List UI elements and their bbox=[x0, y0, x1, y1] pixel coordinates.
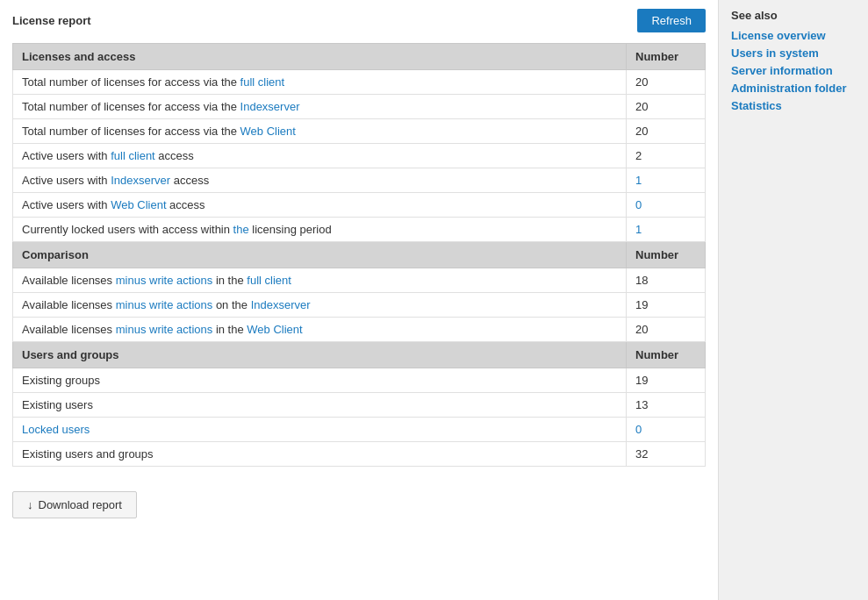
row-value: 13 bbox=[627, 393, 706, 418]
full-client-link-2[interactable]: full client bbox=[111, 149, 155, 162]
row-label: Active users with Indexserver access bbox=[13, 168, 627, 193]
table-row: Total number of licenses for access via … bbox=[13, 70, 706, 95]
row-label: Currently locked users with access withi… bbox=[13, 218, 627, 242]
row-label: Total number of licenses for access via … bbox=[13, 119, 627, 144]
row-value: 20 bbox=[627, 95, 706, 119]
download-icon: ↓ bbox=[27, 498, 33, 511]
indexserver-link-3[interactable]: Indexserver bbox=[251, 298, 311, 311]
web-client-link-3[interactable]: Web Client bbox=[247, 323, 302, 336]
row-label: Available licenses minus write actions i… bbox=[13, 268, 627, 293]
row-value: 32 bbox=[627, 442, 706, 467]
table-row: Available licenses minus write actions i… bbox=[13, 268, 706, 293]
minus-write-link-2[interactable]: minus write actions bbox=[116, 298, 213, 311]
table-row: Currently locked users with access withi… bbox=[13, 218, 706, 242]
full-client-link-3[interactable]: full client bbox=[247, 274, 291, 287]
row-value: 0 bbox=[627, 193, 706, 218]
sidebar-item-license-overview[interactable]: License overview bbox=[731, 29, 856, 42]
row-label: Existing users and groups bbox=[13, 442, 627, 467]
indexserver-link-1[interactable]: Indexserver bbox=[240, 100, 300, 113]
refresh-button[interactable]: Refresh bbox=[637, 9, 706, 32]
row-value: 0 bbox=[627, 418, 706, 442]
see-also-title: See also bbox=[731, 9, 856, 22]
row-value: 19 bbox=[627, 293, 706, 318]
section-header-label: Users and groups bbox=[13, 342, 627, 368]
download-report-button[interactable]: ↓ Download report bbox=[12, 491, 137, 518]
row-value: 2 bbox=[627, 144, 706, 168]
sidebar-item-administration-folder[interactable]: Administration folder bbox=[731, 82, 856, 95]
table-row: Total number of licenses for access via … bbox=[13, 95, 706, 119]
row-label: Active users with Web Client access bbox=[13, 193, 627, 218]
section-header-number: Number bbox=[627, 342, 706, 368]
full-client-link[interactable]: full client bbox=[240, 75, 285, 89]
web-client-link-2[interactable]: Web Client bbox=[111, 198, 166, 211]
row-label: Existing groups bbox=[13, 368, 627, 393]
row-value: 20 bbox=[627, 70, 706, 95]
row-value: 1 bbox=[627, 218, 706, 242]
row-label: Active users with full client access bbox=[13, 144, 627, 168]
license-table: Licenses and access Number Total number … bbox=[12, 43, 706, 467]
row-label: Available licenses minus write actions i… bbox=[13, 318, 627, 342]
row-label: Locked users bbox=[13, 418, 627, 442]
row-label: Total number of licenses for access via … bbox=[13, 95, 627, 119]
table-row: Active users with Web Client access 0 bbox=[13, 193, 706, 218]
the-link[interactable]: the bbox=[233, 223, 249, 236]
download-area: ↓ Download report bbox=[12, 482, 706, 518]
section-licenses-access: Licenses and access Number bbox=[13, 44, 706, 70]
sidebar-item-server-information[interactable]: Server information bbox=[731, 64, 856, 77]
row-value: 18 bbox=[627, 268, 706, 293]
row-label: Total number of licenses for access via … bbox=[13, 70, 627, 95]
section-header-label: Licenses and access bbox=[13, 44, 627, 70]
row-value: 19 bbox=[627, 368, 706, 393]
table-row: Existing users 13 bbox=[13, 393, 706, 418]
web-client-link-1[interactable]: Web Client bbox=[240, 125, 296, 138]
row-value: 1 bbox=[627, 168, 706, 193]
section-header-number: Number bbox=[627, 242, 706, 268]
row-value: 20 bbox=[627, 318, 706, 342]
download-label: Download report bbox=[39, 498, 122, 511]
table-row: Active users with full client access 2 bbox=[13, 144, 706, 168]
sidebar: See also License overview Users in syste… bbox=[719, 0, 868, 600]
table-row: Active users with Indexserver access 1 bbox=[13, 168, 706, 193]
minus-write-link-1[interactable]: minus write actions bbox=[116, 274, 213, 287]
section-users-groups: Users and groups Number bbox=[13, 342, 706, 368]
minus-write-link-3[interactable]: minus write actions bbox=[116, 323, 213, 336]
indexserver-link-2[interactable]: Indexserver bbox=[111, 174, 170, 187]
page-title: License report bbox=[12, 14, 91, 27]
section-header-number: Number bbox=[627, 44, 706, 70]
sidebar-item-users-in-system[interactable]: Users in system bbox=[731, 46, 856, 60]
table-row: Total number of licenses for access via … bbox=[13, 119, 706, 144]
table-row: Existing users and groups 32 bbox=[13, 442, 706, 467]
row-value: 20 bbox=[627, 119, 706, 144]
table-row: Available licenses minus write actions i… bbox=[13, 318, 706, 342]
row-label: Existing users bbox=[13, 393, 627, 418]
locked-users-link[interactable]: Locked users bbox=[22, 423, 90, 436]
table-row: Existing groups 19 bbox=[13, 368, 706, 393]
table-row: Available licenses minus write actions o… bbox=[13, 293, 706, 318]
row-label: Available licenses minus write actions o… bbox=[13, 293, 627, 318]
section-comparison: Comparison Number bbox=[13, 242, 706, 268]
table-row: Locked users 0 bbox=[13, 418, 706, 442]
sidebar-item-statistics[interactable]: Statistics bbox=[731, 99, 856, 112]
section-header-label: Comparison bbox=[13, 242, 627, 268]
